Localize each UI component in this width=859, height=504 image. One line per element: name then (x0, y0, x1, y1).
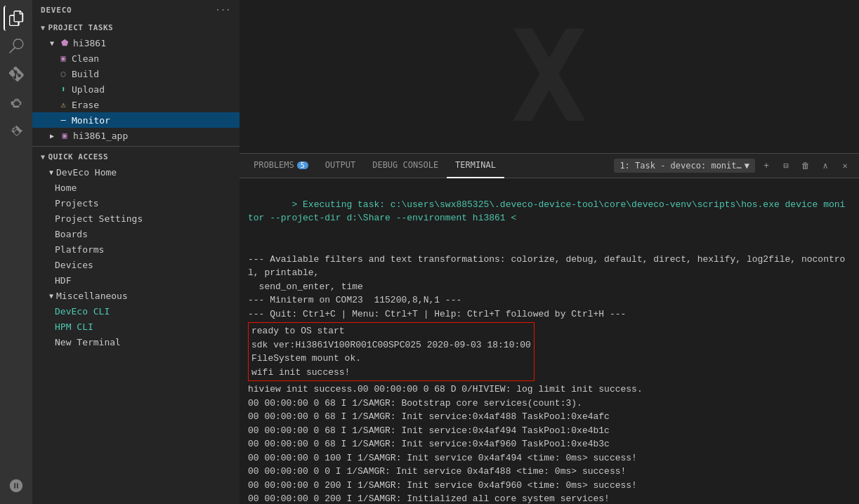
highlight-box: ready to OS start sdk ver:Hi3861V100R001… (248, 322, 535, 381)
erase-icon: ⚠ (58, 99, 69, 110)
deveco-home-label: DevEco Home (56, 167, 117, 178)
tab-terminal[interactable]: TERMINAL (447, 154, 504, 178)
clean-icon: ▣ (58, 53, 69, 64)
task-upload-label: Upload (72, 84, 105, 95)
close-panel-btn[interactable]: ✕ (837, 157, 853, 174)
extensions-icon[interactable] (4, 118, 29, 143)
deveco-home-group[interactable]: ▼ DevEco Home (32, 164, 240, 180)
subproject-chevron: ▶ (46, 130, 58, 141)
terminal-line-4: --- Quit: Ctrl+C | Menu: Ctrl+T | Help: … (248, 307, 851, 321)
watermark: X (511, 4, 587, 150)
tab-output[interactable]: OUTPUT (317, 154, 364, 178)
qa-hpm-cli-label: HPM CLI (55, 321, 93, 332)
qa-boards-label: Boards (55, 229, 88, 239)
explorer-icon[interactable] (4, 6, 29, 31)
after-line-0: hiview init success.00 00:00:00 0 68 D 0… (248, 383, 851, 397)
qa-deveco-cli[interactable]: DevEco CLI (32, 303, 240, 319)
qa-boards[interactable]: Boards (32, 226, 240, 241)
sidebar-title: DEVECO ··· (32, 0, 240, 20)
deveco-icon[interactable] (4, 473, 29, 498)
selector-chevron-icon: ▼ (745, 161, 749, 171)
delete-terminal-btn[interactable]: 🗑 (797, 157, 814, 174)
qa-project-settings-label: Project Settings (55, 213, 143, 224)
more-options-icon[interactable]: ··· (216, 6, 231, 15)
misc-label: Miscellaneous (56, 291, 128, 301)
terminal-panel: PROBLEMS 5 OUTPUT DEBUG CONSOLE TERMINAL… (240, 153, 859, 504)
after-line-7: 00 00:00:00 0 200 I 1/SAMGR: Init servic… (248, 479, 851, 493)
project-tasks-label: PROJECT TASKS (48, 23, 114, 32)
terminal-blank (248, 239, 851, 253)
panel-actions: 1: Task - deveco: monit… ▼ + ⊟ 🗑 ∧ ✕ (614, 157, 853, 174)
quick-access-label: QUICK ACCESS (48, 152, 108, 161)
search-icon[interactable] (4, 34, 29, 59)
qa-home-label: Home (55, 183, 77, 193)
task-clean[interactable]: ▣ Clean (32, 51, 240, 66)
task-build[interactable]: ○ Build (32, 66, 240, 81)
maximize-panel-btn[interactable]: ∧ (817, 157, 834, 174)
project-icon: ⬟ (59, 37, 70, 48)
qa-devices-label: Devices (55, 260, 93, 270)
upload-icon: ⬆ (58, 84, 69, 95)
sidebar-title-text: DEVECO (41, 6, 72, 15)
add-terminal-btn[interactable]: + (758, 157, 775, 174)
after-line-4: 00 00:00:00 0 68 I 1/SAMGR: Init service… (248, 437, 851, 451)
qa-platforms[interactable]: Platforms (32, 241, 240, 257)
task-erase-label: Erase (72, 100, 99, 110)
task-erase[interactable]: ⚠ Erase (32, 97, 240, 112)
subproject-name: hi3861_app (73, 131, 128, 141)
git-icon[interactable] (4, 62, 29, 87)
qa-projects[interactable]: Projects (32, 195, 240, 211)
qa-hpm-cli[interactable]: HPM CLI (32, 319, 240, 334)
qa-new-terminal-label: New Terminal (55, 337, 121, 347)
tab-output-label: OUTPUT (325, 160, 355, 170)
split-terminal-btn[interactable]: ⊟ (778, 157, 794, 174)
subproject-icon: ▣ (59, 130, 70, 141)
qa-project-settings[interactable]: Project Settings (32, 211, 240, 226)
qa-platforms-label: Platforms (55, 244, 104, 255)
debug-icon[interactable] (4, 90, 29, 115)
highlight-line-3: wifi init success! (251, 366, 531, 380)
after-line-3: 00 00:00:00 0 68 I 1/SAMGR: Init service… (248, 424, 851, 438)
panel-tabs: PROBLEMS 5 OUTPUT DEBUG CONSOLE TERMINAL… (240, 154, 859, 178)
after-line-2: 00 00:00:00 0 68 I 1/SAMGR: Init service… (248, 410, 851, 424)
sidebar: DEVECO ··· ▼ PROJECT TASKS ▼ ⬟ hi3861 ▣ … (32, 0, 240, 504)
subproject-node[interactable]: ▶ ▣ hi3861_app (32, 128, 240, 143)
task-clean-label: Clean (72, 53, 99, 64)
task-upload[interactable]: ⬆ Upload (32, 81, 240, 97)
after-line-1: 00 00:00:00 0 68 I 1/SAMGR: Bootstrap co… (248, 397, 851, 411)
terminal-line-2: send_on_enter, time (248, 280, 851, 294)
miscellaneous-group[interactable]: ▼ Miscellaneous (32, 288, 240, 303)
task-build-label: Build (72, 69, 99, 79)
qa-chevron: ▼ (41, 153, 46, 161)
terminal-selector-label: 1: Task - deveco: monit… (619, 161, 741, 171)
sidebar-divider (32, 146, 240, 147)
highlight-line-1: sdk ver:Hi3861V100R001C00SPC025 2020-09-… (251, 338, 531, 352)
qa-deveco-cli-label: DevEco CLI (55, 306, 110, 317)
qa-hdf-label: HDF (55, 275, 71, 286)
tab-terminal-label: TERMINAL (455, 160, 496, 170)
terminal-selector[interactable]: 1: Task - deveco: monit… ▼ (614, 159, 755, 173)
quick-access-section[interactable]: ▼ QUICK ACCESS (32, 150, 240, 164)
main-content: X PROBLEMS 5 OUTPUT DEBUG CONSOLE TERMIN… (240, 0, 859, 504)
deveco-home-chevron: ▼ (49, 168, 53, 176)
after-line-8: 00 00:00:00 0 200 I 1/SAMGR: Initialized… (248, 492, 851, 504)
qa-devices[interactable]: Devices (32, 257, 240, 272)
tab-debug-console[interactable]: DEBUG CONSOLE (364, 154, 447, 178)
qa-home[interactable]: Home (32, 180, 240, 195)
tab-problems-label: PROBLEMS (254, 160, 294, 170)
qa-hdf[interactable]: HDF (32, 272, 240, 288)
tab-debug-label: DEBUG CONSOLE (372, 160, 438, 170)
terminal-cmd-text: > Executing task: c:\users\swx885325\.de… (248, 199, 845, 224)
highlight-line-0: ready to OS start (251, 324, 531, 338)
qa-new-terminal[interactable]: New Terminal (32, 334, 240, 350)
project-tasks-section[interactable]: ▼ PROJECT TASKS (32, 20, 240, 35)
section-chevron: ▼ (41, 24, 46, 32)
terminal-line-3: --- Miniterm on COM23 115200,8,N,1 --- (248, 293, 851, 307)
tab-problems[interactable]: PROBLEMS 5 (245, 154, 317, 178)
terminal-body[interactable]: > Executing task: c:\users\swx885325\.de… (240, 178, 859, 504)
monitor-icon: — (58, 114, 69, 126)
task-monitor-label: Monitor (72, 115, 110, 126)
task-monitor[interactable]: — Monitor (32, 112, 240, 128)
misc-chevron: ▼ (49, 292, 53, 300)
project-node[interactable]: ▼ ⬟ hi3861 (32, 35, 240, 51)
